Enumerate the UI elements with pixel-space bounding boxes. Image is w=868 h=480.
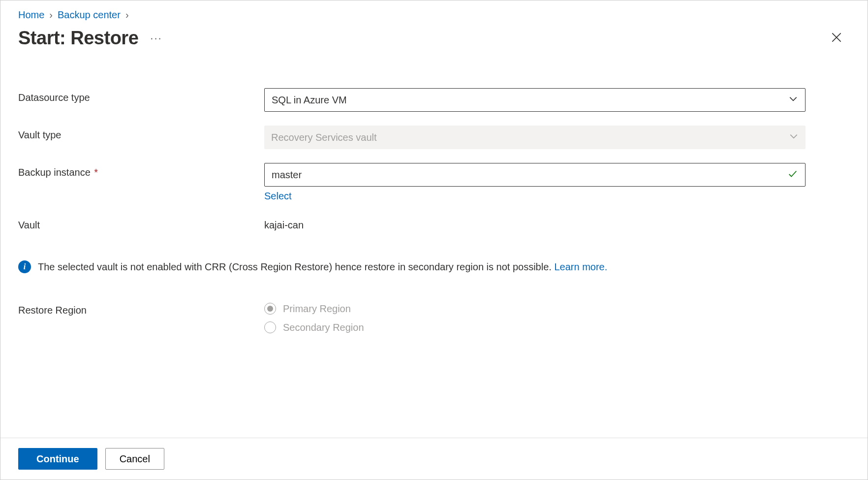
restore-region-secondary-label: Secondary Region <box>283 322 364 333</box>
restore-region-secondary-radio: Secondary Region <box>264 321 806 333</box>
info-text: The selected vault is not enabled with C… <box>38 261 554 272</box>
chevron-down-icon <box>789 131 799 144</box>
radio-unselected-icon <box>264 321 276 333</box>
breadcrumb-home[interactable]: Home <box>18 9 44 21</box>
breadcrumb: Home › Backup center › <box>18 9 850 21</box>
footer: Continue Cancel <box>0 438 868 480</box>
vault-type-value: Recovery Services vault <box>271 132 377 143</box>
backup-instance-select-link[interactable]: Select <box>264 191 292 202</box>
datasource-type-select[interactable]: SQL in Azure VM <box>264 88 806 112</box>
info-message: i The selected vault is not enabled with… <box>18 260 850 273</box>
page-title: Start: Restore <box>18 28 138 49</box>
radio-selected-icon <box>264 303 276 315</box>
info-icon: i <box>18 260 31 273</box>
datasource-type-label: Datasource type <box>18 88 264 103</box>
vault-type-select: Recovery Services vault <box>264 126 806 149</box>
chevron-down-icon <box>788 94 798 106</box>
learn-more-link[interactable]: Learn more. <box>554 261 607 272</box>
chevron-right-icon: › <box>125 9 129 21</box>
vault-label: Vault <box>18 216 264 231</box>
vault-type-label: Vault type <box>18 126 264 141</box>
restore-region-primary-label: Primary Region <box>283 303 351 315</box>
vault-value: kajai-can <box>264 216 806 231</box>
close-icon <box>830 38 843 45</box>
cancel-button[interactable]: Cancel <box>105 448 164 470</box>
chevron-right-icon: › <box>49 9 53 21</box>
continue-button[interactable]: Continue <box>18 448 97 470</box>
checkmark-icon <box>787 168 798 182</box>
datasource-type-value: SQL in Azure VM <box>272 95 347 106</box>
backup-instance-label: Backup instance * <box>18 163 264 178</box>
restore-region-primary-radio: Primary Region <box>264 303 806 315</box>
close-button[interactable] <box>827 28 846 48</box>
restore-region-label: Restore Region <box>18 301 264 316</box>
backup-instance-input[interactable]: master <box>264 163 806 187</box>
required-indicator: * <box>92 167 98 178</box>
breadcrumb-backup-center[interactable]: Backup center <box>58 9 121 21</box>
backup-instance-value: master <box>272 169 302 181</box>
more-actions-button[interactable]: ··· <box>150 32 162 45</box>
